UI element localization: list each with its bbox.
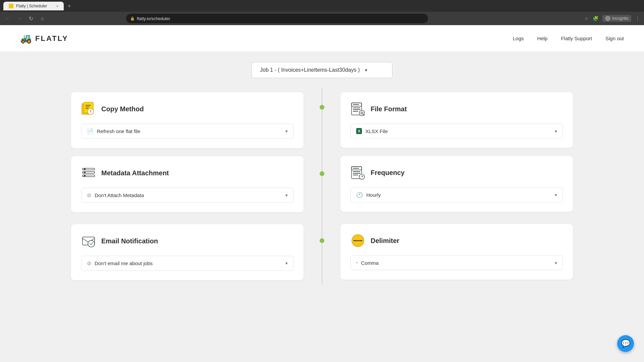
file-format-dropdown[interactable]: X XLSX File ▾ [351, 124, 563, 138]
chat-icon: 💬 [621, 339, 630, 348]
delimiter-dropdown-icon: · [356, 260, 358, 266]
connector-dot-3 [320, 238, 324, 243]
copy-method-icon [81, 102, 96, 116]
connector-line [322, 88, 322, 284]
svg-rect-7 [84, 168, 86, 170]
email-header: Email Notification [81, 234, 293, 248]
incognito-avatar [605, 16, 610, 21]
svg-rect-3 [86, 105, 91, 106]
email-notification-chevron: ▾ [285, 261, 288, 266]
browser-toolbar: ← → ↻ ⌂ 🔒 flatly.io/scheduler ☆ 🧩 Incogn… [0, 12, 644, 25]
menu-icon[interactable]: ⋮ [635, 16, 640, 21]
delimiter-card: Delimiter · Comma ▾ [340, 224, 573, 280]
delimiter-dropdown[interactable]: · Comma ▾ [351, 255, 563, 270]
file-format-dropdown-value: XLSX File [365, 128, 388, 134]
back-button[interactable]: ← [4, 15, 12, 21]
lock-icon: 🔒 [130, 16, 135, 21]
extensions-icon[interactable]: 🧩 [593, 16, 598, 21]
job-selector-wrap: Job 1 - ( Invoices+LineItems-Last30days … [67, 62, 577, 78]
file-format-chevron: ▾ [555, 129, 557, 134]
file-format-icon [351, 102, 365, 116]
toolbar-right: ☆ 🧩 Incognito ⋮ [584, 15, 640, 22]
left-column: Copy Method 📄 Refresh one flat file ▾ [67, 88, 314, 284]
spacer-3 [330, 148, 577, 156]
metadata-dropdown-value: Don't Attach Metadata [95, 192, 144, 198]
delimiter-icon [351, 233, 365, 248]
tab-close-button[interactable]: × [56, 4, 58, 8]
svg-rect-9 [84, 172, 86, 173]
incognito-badge: Incognito [602, 15, 631, 22]
incognito-label: Incognito [612, 16, 629, 21]
delimiter-chevron: ▾ [555, 260, 557, 265]
frequency-title: Frequency [371, 169, 405, 177]
nav-flatly-support[interactable]: Flatly Support [561, 36, 592, 41]
star-icon[interactable]: ☆ [584, 16, 589, 21]
nav-help[interactable]: Help [537, 36, 548, 41]
tab-title: Flatly | Scheduler [16, 4, 47, 8]
metadata-header: Metadata Attachment [81, 166, 293, 180]
tab-favicon [9, 4, 13, 8]
svg-rect-27 [353, 173, 360, 174]
job-selector[interactable]: Job 1 - ( Invoices+LineItems-Last30days … [252, 62, 392, 78]
metadata-icon [81, 166, 96, 180]
copy-method-chevron: ▾ [285, 129, 288, 134]
frequency-chevron: ▾ [555, 192, 557, 197]
file-format-card: File Format X XLSX File ▾ [340, 92, 573, 148]
connector-dot-1 [320, 105, 324, 110]
nav-logs[interactable]: Logs [513, 36, 524, 41]
logo-icon: 🚜 [20, 33, 32, 44]
frequency-card: Frequency 🕐 Hourly ▾ [340, 156, 573, 212]
email-notification-dropdown[interactable]: ⊘ Don't email me about jobs ▾ [81, 256, 293, 271]
svg-rect-17 [353, 108, 360, 108]
address-text: flatly.io/scheduler [137, 16, 170, 21]
copy-method-title: Copy Method [101, 105, 144, 113]
metadata-title: Metadata Attachment [101, 169, 169, 177]
frequency-header: Frequency [351, 165, 563, 180]
frequency-icon [351, 165, 365, 180]
metadata-dropdown[interactable]: ⊘ Don't Attach Metadata ▾ [81, 188, 293, 203]
logo-area: 🚜 FLATLY [20, 33, 68, 44]
copy-method-dropdown-value: Refresh one flat file [97, 128, 140, 134]
browser-chrome: Flatly | Scheduler × + [0, 0, 644, 12]
app-header: 🚜 FLATLY Logs Help Flatly Support Sign o… [0, 25, 644, 52]
svg-rect-26 [353, 171, 360, 172]
delimiter-header: Delimiter [351, 233, 563, 248]
chat-button[interactable]: 💬 [617, 335, 634, 352]
logo-text: FLATLY [35, 34, 68, 43]
copy-method-dropdown[interactable]: 📄 Refresh one flat file ▾ [81, 124, 293, 139]
copy-method-header: Copy Method [81, 102, 293, 116]
clock-icon: 🕐 [356, 192, 363, 198]
main-content: Job 1 - ( Invoices+LineItems-Last30days … [0, 52, 644, 294]
svg-rect-19 [353, 111, 358, 112]
right-column: File Format X XLSX File ▾ [330, 88, 577, 284]
frequency-dropdown[interactable]: 🕐 Hourly ▾ [351, 187, 563, 202]
forward-button[interactable]: → [15, 15, 23, 21]
email-notification-dropdown-value: Don't email me about jobs [95, 260, 153, 266]
home-button[interactable]: ⌂ [38, 15, 46, 21]
metadata-card: Metadata Attachment ⊘ Don't Attach Metad… [71, 156, 304, 212]
email-dropdown-icon: ⊘ [87, 260, 91, 266]
nav-sign-out[interactable]: Sign out [605, 36, 624, 41]
svg-rect-16 [353, 104, 359, 105]
email-icon [81, 234, 96, 248]
address-bar[interactable]: 🔒 flatly.io/scheduler [126, 14, 428, 23]
browser-tab[interactable]: Flatly | Scheduler × [3, 2, 64, 10]
spacer-2 [67, 216, 314, 224]
delimiter-dropdown-value: Comma [361, 260, 379, 266]
svg-rect-28 [353, 175, 358, 175]
xlsx-icon: X [356, 128, 362, 134]
email-notification-title: Email Notification [101, 237, 158, 245]
frequency-dropdown-value: Hourly [366, 192, 381, 198]
email-notification-card: Email Notification ⊘ Don't email me abou… [71, 224, 304, 280]
refresh-button[interactable]: ↻ [27, 15, 35, 22]
delimiter-title: Delimiter [371, 237, 399, 245]
copy-method-dropdown-icon: 📄 [87, 128, 94, 134]
svg-rect-18 [353, 109, 360, 110]
center-connector [314, 88, 330, 284]
new-tab-button[interactable]: + [68, 3, 71, 9]
metadata-chevron: ▾ [285, 193, 288, 198]
metadata-dropdown-icon: ⊘ [87, 192, 91, 198]
job-selector-label: Job 1 - ( Invoices+LineItems-Last30days … [260, 67, 360, 73]
copy-method-card: Copy Method 📄 Refresh one flat file ▾ [71, 92, 304, 148]
cards-container: Copy Method 📄 Refresh one flat file ▾ [67, 88, 577, 284]
